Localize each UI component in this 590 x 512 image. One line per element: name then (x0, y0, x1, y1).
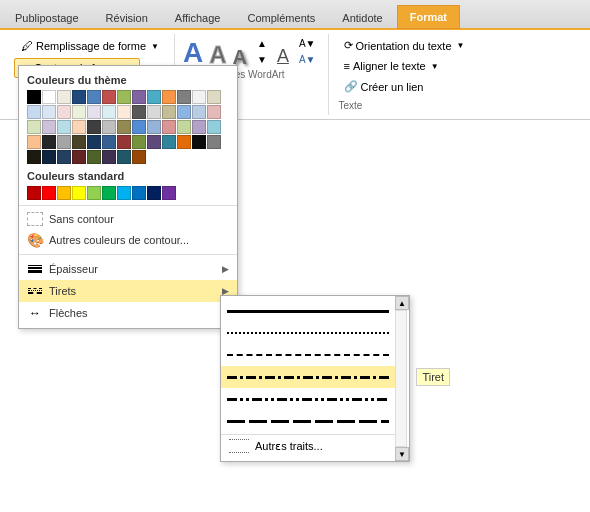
standard-color-cell[interactable] (162, 186, 176, 200)
theme-color-cell[interactable] (87, 105, 101, 119)
theme-color-cell[interactable] (132, 90, 146, 104)
theme-color-cell[interactable] (207, 90, 221, 104)
theme-color-cell[interactable] (192, 105, 206, 119)
theme-color-cell[interactable] (27, 150, 41, 164)
theme-color-cell[interactable] (162, 120, 176, 134)
theme-color-cell[interactable] (87, 90, 101, 104)
theme-color-cell[interactable] (72, 135, 86, 149)
theme-color-cell[interactable] (57, 90, 71, 104)
no-contour-item[interactable]: Sans contour (19, 209, 237, 229)
theme-color-cell[interactable] (72, 90, 86, 104)
theme-color-cell[interactable] (177, 120, 191, 134)
theme-color-cell[interactable] (87, 150, 101, 164)
tab-revision[interactable]: Révision (93, 6, 161, 28)
theme-color-cell[interactable] (117, 120, 131, 134)
theme-color-cell[interactable] (207, 120, 221, 134)
theme-color-cell[interactable] (42, 120, 56, 134)
theme-color-cell[interactable] (117, 135, 131, 149)
theme-color-cell[interactable] (27, 90, 41, 104)
theme-color-cell[interactable] (162, 105, 176, 119)
theme-color-cell[interactable] (177, 135, 191, 149)
theme-color-cell[interactable] (207, 105, 221, 119)
tab-complements[interactable]: Compléments (234, 6, 328, 28)
theme-color-cell[interactable] (207, 135, 221, 149)
theme-color-cell[interactable] (102, 90, 116, 104)
orientation-button[interactable]: ⟳ Orientation du texte ▼ (337, 36, 472, 55)
theme-color-cell[interactable] (192, 90, 206, 104)
theme-color-cell[interactable] (147, 90, 161, 104)
theme-color-cell[interactable] (192, 120, 206, 134)
theme-color-cell[interactable] (132, 120, 146, 134)
theme-color-cell[interactable] (57, 135, 71, 149)
theme-color-cell[interactable] (177, 90, 191, 104)
standard-color-cell[interactable] (147, 186, 161, 200)
standard-colors-label: Couleurs standard (19, 166, 237, 184)
standard-color-cell[interactable] (102, 186, 116, 200)
theme-color-cell[interactable] (42, 90, 56, 104)
theme-color-cell[interactable] (132, 105, 146, 119)
line-dashdot-item[interactable]: Tiret (221, 366, 395, 388)
theme-color-cell[interactable] (162, 90, 176, 104)
line-longdash-item[interactable] (221, 410, 395, 432)
other-colors-item[interactable]: 🎨 Autres couleurs de contour... (19, 229, 237, 251)
theme-color-cell[interactable] (27, 105, 41, 119)
theme-color-cell[interactable] (117, 90, 131, 104)
standard-color-cell[interactable] (132, 186, 146, 200)
theme-color-cell[interactable] (102, 105, 116, 119)
standard-color-cell[interactable] (57, 186, 71, 200)
other-traits-item[interactable]: Autrɛs traits... (221, 434, 395, 457)
standard-color-cell[interactable] (72, 186, 86, 200)
tab-affichage[interactable]: Affichage (162, 6, 234, 28)
theme-color-cell[interactable] (102, 135, 116, 149)
theme-color-cell[interactable] (42, 150, 56, 164)
wordart-scroll-up[interactable]: ▲ (253, 36, 271, 51)
theme-color-cell[interactable] (72, 120, 86, 134)
theme-color-cell[interactable] (147, 105, 161, 119)
theme-color-cell[interactable] (27, 135, 41, 149)
theme-color-cell[interactable] (117, 150, 131, 164)
dashes-item[interactable]: Tirets ▶ (19, 280, 237, 302)
thickness-item[interactable]: Épaisseur ▶ (19, 258, 237, 280)
theme-color-cell[interactable] (192, 135, 206, 149)
line-dashed-item[interactable] (221, 344, 395, 366)
theme-color-cell[interactable] (117, 105, 131, 119)
theme-color-cell[interactable] (87, 120, 101, 134)
scroll-up-arrow[interactable]: ▲ (395, 296, 409, 310)
align-button[interactable]: ≡ Aligner le texte ▼ (337, 57, 446, 75)
tab-antidote[interactable]: Antidote (329, 6, 395, 28)
standard-color-cell[interactable] (27, 186, 41, 200)
scroll-down-arrow[interactable]: ▼ (395, 447, 409, 461)
theme-color-cell[interactable] (177, 105, 191, 119)
theme-color-cell[interactable] (102, 120, 116, 134)
theme-color-cell[interactable] (27, 120, 41, 134)
theme-color-cell[interactable] (162, 135, 176, 149)
wordart-scroll-down[interactable]: ▼ (253, 52, 271, 67)
theme-color-cell[interactable] (102, 150, 116, 164)
arrows-item[interactable]: ↔ Flèches ▶ (19, 302, 237, 324)
link-button[interactable]: 🔗 Créer un lien (337, 77, 431, 96)
standard-color-cell[interactable] (42, 186, 56, 200)
standard-color-cell[interactable] (117, 186, 131, 200)
theme-color-cell[interactable] (42, 135, 56, 149)
tab-format[interactable]: Format (397, 5, 460, 29)
theme-color-cell[interactable] (42, 105, 56, 119)
theme-color-cell[interactable] (147, 135, 161, 149)
theme-color-cell[interactable] (132, 150, 146, 164)
theme-color-cell[interactable] (57, 105, 71, 119)
standard-color-cell[interactable] (87, 186, 101, 200)
theme-color-cell[interactable] (87, 135, 101, 149)
tab-publipostage[interactable]: Publipostage (2, 6, 92, 28)
theme-color-cell[interactable] (147, 120, 161, 134)
theme-color-cell[interactable] (132, 135, 146, 149)
text-fill-btn[interactable]: A▼ (295, 36, 320, 51)
line-dotted-item[interactable] (221, 322, 395, 344)
line-dashdotdot-item[interactable] (221, 388, 395, 410)
theme-color-cell[interactable] (72, 105, 86, 119)
theme-color-cell[interactable] (57, 120, 71, 134)
theme-color-cell[interactable] (57, 150, 71, 164)
fill-button[interactable]: 🖊 Remplissage de forme ▼ (14, 36, 166, 56)
text-outline-btn[interactable]: A▼ (295, 52, 320, 67)
theme-color-cell[interactable] (72, 150, 86, 164)
scroll-track[interactable] (395, 310, 407, 447)
line-solid-item[interactable] (221, 300, 395, 322)
